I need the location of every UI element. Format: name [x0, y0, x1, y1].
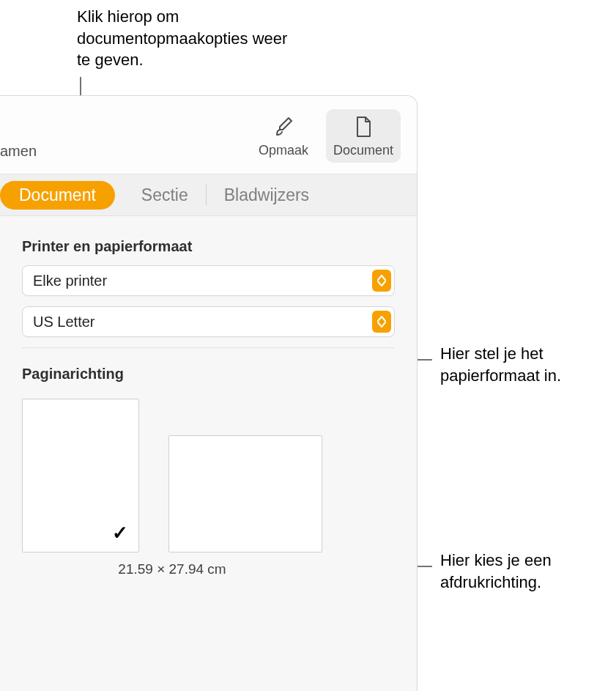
toolbar: amen Opmaak Document [0, 96, 417, 174]
printer-popup-value: Elke printer [33, 273, 107, 289]
format-toolbar-button[interactable]: Opmaak [251, 109, 316, 163]
checkmark-icon: ✓ [112, 522, 128, 544]
updown-icon [372, 270, 391, 292]
format-toolbar-label: Opmaak [259, 143, 308, 158]
document-icon [352, 115, 375, 138]
toolbar-left-partial-label: amen [0, 143, 37, 160]
document-toolbar-label: Document [333, 143, 393, 158]
updown-icon [372, 311, 391, 333]
orientation-options: ✓ [22, 399, 395, 553]
tab-section[interactable]: Sectie [124, 185, 206, 205]
tab-bookmarks[interactable]: Bladwijzers [207, 185, 327, 205]
tab-document[interactable]: Document [0, 181, 115, 210]
inspector-tabs: Document Sectie Bladwijzers [0, 174, 417, 216]
orientation-portrait[interactable]: ✓ [22, 399, 139, 553]
document-toolbar-button[interactable]: Document [326, 109, 401, 163]
paper-size-popup-value: US Letter [33, 314, 94, 330]
orientation-title: Paginarichting [22, 366, 395, 383]
paintbrush-icon [272, 115, 295, 138]
printer-paper-title: Printer en papierformaat [22, 238, 395, 255]
inspector-panel: amen Opmaak Document Document Sectie [0, 95, 418, 691]
page-dimensions: 21.59 × 27.94 cm [22, 561, 322, 577]
paper-size-popup[interactable]: US Letter [22, 306, 395, 337]
orientation-landscape[interactable] [168, 435, 322, 553]
callout-orientation: Hier kies je een afdrukrichting. [440, 550, 601, 593]
printer-popup[interactable]: Elke printer [22, 265, 395, 296]
printer-paper-section: Printer en papierformaat Elke printer US… [0, 216, 417, 348]
callout-document-tab: Klik hierop om documentopmaakopties weer… [77, 6, 297, 71]
orientation-section: Paginarichting ✓ 21.59 × 27.94 cm [0, 348, 417, 577]
callout-paper-size: Hier stel je het papierformaat in. [440, 343, 609, 386]
